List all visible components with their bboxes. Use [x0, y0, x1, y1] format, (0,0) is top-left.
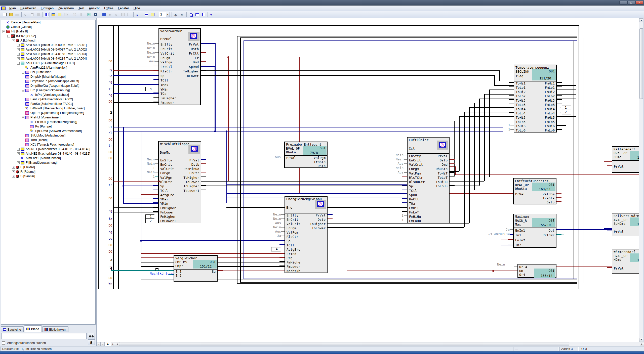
pin-tohi5[interactable]: ToHi5 — [516, 116, 526, 119]
pin-enpgm[interactable]: EnPgm — [160, 171, 170, 175]
minimize-button[interactable]: – — [619, 1, 627, 5]
help-icon[interactable] — [209, 12, 215, 17]
pin-prval[interactable]: PrVal — [614, 230, 624, 234]
tree-item-xctl[interactable]: XCtl [Temp.& Feuchteregelung] — [1, 142, 95, 147]
pin-valcrit[interactable]: ValCrit — [160, 167, 174, 171]
pin-fmlo4[interactable]: FmLo4 — [545, 111, 555, 115]
pin-fmhit[interactable]: FmHiT — [409, 206, 419, 210]
pin-valpgm[interactable]: ValPgm — [314, 156, 326, 160]
pin-prval[interactable]: PrVal — [515, 192, 525, 196]
pin-tohigher[interactable]: ToHigher — [183, 69, 199, 73]
tree-item-ccl[interactable]: +Ccl [Luftkühler] — [1, 70, 95, 74]
pin-prval[interactable]: PrVal — [614, 165, 624, 168]
block-or4[interactable]: Or 4OROr4OB1153/14 — [517, 264, 556, 278]
pin-fmlo3[interactable]: FmLo3 — [545, 103, 555, 107]
block-cmpr[interactable]: VergleicherCMP_MSCmprOB1151/12In1In2Eq — [174, 255, 218, 282]
pin-fmlot[interactable]: FmLoT — [409, 210, 419, 214]
tree-expander[interactable]: – — [17, 62, 20, 65]
tree-item-ahune2[interactable]: +AhuNE2 [Nacherhitzer 08-4-0140 - 08-4-0… — [1, 151, 95, 156]
cascade-icon[interactable] — [188, 12, 194, 17]
connector-tag[interactable]: 4 — [271, 247, 282, 251]
testmode-icon[interactable] — [101, 12, 107, 17]
pin-sp[interactable]: Sp — [160, 74, 165, 78]
pin-fmlo2[interactable]: FmLo2 — [545, 94, 555, 98]
windows-taskbar[interactable] — [0, 351, 644, 354]
pin-rlstctr[interactable]: RlsTCtr — [409, 176, 423, 180]
connector-tag[interactable]: 2 — [560, 110, 571, 114]
pin-tolower[interactable]: ToLower — [185, 74, 199, 78]
pin-valcrit[interactable]: ValCrit — [287, 222, 300, 226]
zoom-select[interactable]: 3▼ — [159, 12, 170, 17]
tree-item-global[interactable]: Global [Global] — [1, 25, 95, 29]
tree-item-dmpmx[interactable]: DmpMx [Mischluftklappe] — [1, 74, 95, 79]
crossref-icon[interactable] — [135, 12, 141, 17]
pin-fmhi5[interactable]: FmHi5 — [545, 116, 555, 119]
block-tseq[interactable]: TemperatursequenzSEQLINKTSeqOB1151/20ToH… — [514, 65, 557, 132]
tree-item-device[interactable]: Device [Device-Plan] — [1, 20, 95, 25]
pin-out[interactable]: Out — [549, 229, 554, 232]
pin-ymin[interactable]: YMin — [160, 202, 168, 205]
pin-spt[interactable]: SpT — [409, 184, 415, 188]
pin-tolo4[interactable]: ToLo4 — [516, 111, 526, 115]
pin-in2[interactable]: In2 — [176, 274, 181, 277]
tree-expander[interactable]: + — [12, 166, 15, 169]
open-icon[interactable] — [8, 12, 14, 17]
pin-tohi1[interactable]: ToHi1 — [516, 81, 526, 85]
vertical-scroll-thumb[interactable] — [639, 28, 643, 99]
block-dmpmx[interactable]: MischluftklappeDmpMxEnSftyEnCritValCritE… — [158, 141, 201, 223]
scroll-right-arrow[interactable]: ► — [640, 342, 644, 346]
tree-item-s[interactable]: +S [Sanitär] — [1, 174, 95, 179]
pin-dstb[interactable]: Dstb — [547, 200, 554, 204]
find-next-button[interactable] — [88, 339, 95, 345]
sheet-tab-a[interactable]: A — [105, 342, 111, 346]
pin-frind[interactable]: FrInd — [287, 252, 296, 256]
pin-frcctl[interactable]: FrcCtl — [160, 65, 172, 69]
tab-bausteine[interactable]: Bausteine — [1, 326, 24, 332]
pin-dstb[interactable]: Dstb — [191, 47, 199, 51]
pin-fmhigher[interactable]: FmHigher — [160, 96, 176, 100]
sheet-icon[interactable] — [150, 12, 155, 17]
pin-valpgm[interactable]: ValPgm — [543, 192, 554, 196]
tree-item-aexla003[interactable]: +AexLA003 [Abluft 08-4-0158 Trafo 1 LA00… — [1, 52, 95, 56]
pin-enin1[interactable]: EnIn1 — [515, 229, 525, 232]
pin-tolo5[interactable]: ToLo5 — [516, 120, 526, 124]
pin-in1[interactable]: In1 — [515, 233, 521, 237]
block-dhuen[interactable]: Freigabe EntfeuchtBVAL_OPDhuEnOB179/8PrV… — [284, 142, 328, 168]
menu-hilfe[interactable]: Hilfe — [131, 6, 142, 11]
tree-item-pu[interactable]: Pu [Pumpe] — [1, 124, 95, 129]
tree-expander[interactable]: + — [12, 175, 15, 178]
pin-enin2[interactable]: EnIn2 — [515, 238, 525, 242]
pin-sp[interactable]: Sp — [160, 184, 164, 188]
pin-prval[interactable]: PrVal — [189, 158, 199, 162]
pin-prval[interactable]: PrVal — [614, 267, 624, 270]
tree-expander[interactable]: – — [12, 39, 15, 42]
pin-fmlo5[interactable]: FmLo5 — [545, 120, 555, 124]
tree-item-icprt[interactable]: IcPrt [Vereisungsschutz] — [1, 93, 95, 97]
connector-tag[interactable]: 2 — [145, 219, 156, 223]
tree-expander[interactable]: – — [22, 116, 24, 119]
horizontal-scroll-thumb[interactable] — [119, 342, 569, 346]
pin-enpgm[interactable]: EnPgm — [287, 226, 296, 230]
block-dhusta[interactable]: EntfeuchtungsstatuBVAL_OPDhuStaOB1163/11… — [513, 178, 556, 204]
pin-ymax[interactable]: YMax — [160, 83, 168, 87]
grid-icon[interactable] — [143, 12, 149, 17]
pin-actgerc[interactable]: ActgErc — [287, 248, 300, 251]
download-icon[interactable] — [93, 12, 98, 17]
pin-tolower1[interactable]: ToLower1 — [183, 189, 199, 193]
menu-test[interactable]: Test — [76, 6, 87, 11]
pin-toa[interactable]: TOa — [160, 92, 166, 96]
pin-in1[interactable]: In1 — [176, 270, 181, 273]
pin-fmhihu[interactable]: FmHiHu — [409, 215, 421, 218]
pin-tolohu[interactable]: ToLoHu — [436, 184, 448, 188]
block-erc[interactable]: EnergierückgewinnuErcEnSftyEnCritValCrit… — [285, 196, 328, 273]
tile-horizontal-icon[interactable] — [194, 12, 200, 17]
pin-encrit[interactable]: EnCrit — [160, 47, 172, 51]
pin-tolower[interactable]: ToLower — [312, 226, 326, 230]
pin-prval[interactable]: PrVal — [438, 154, 448, 158]
sheet-next-button[interactable]: ► — [111, 342, 115, 346]
pin-fmlo6[interactable]: FmLo6 — [545, 128, 555, 132]
tree-item-erc[interactable]: –Erc [Energierückgewinnung] — [1, 88, 95, 93]
pin-rlsctr[interactable]: RlsCtr — [287, 235, 298, 239]
menu-fenster[interactable]: Fenster — [116, 6, 131, 11]
tree-item-dmpshofoa[interactable]: DmpShofOa [Absperrklappe Zuluft] — [1, 83, 95, 88]
